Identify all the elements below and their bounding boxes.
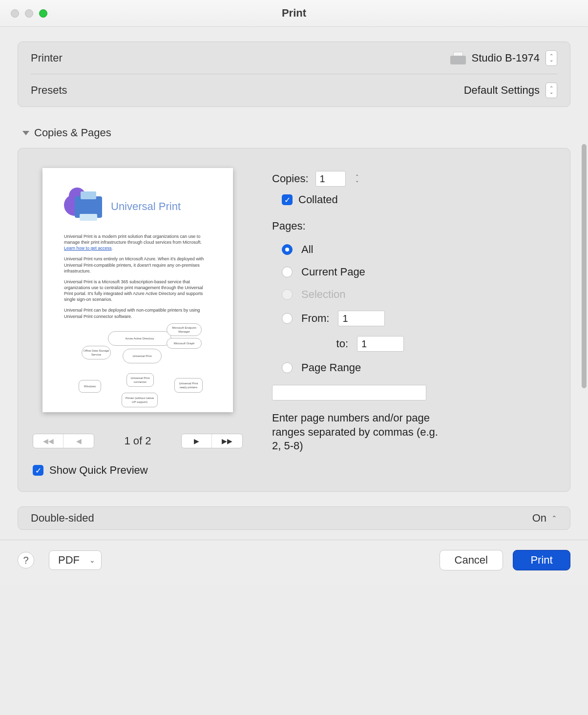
window-title: Print [282, 7, 306, 20]
disclosure-triangle-icon[interactable] [22, 131, 29, 135]
copies-input[interactable] [315, 171, 346, 187]
presets-value[interactable]: Default Settings [464, 84, 540, 97]
double-sided-chevron-icon[interactable]: ⌃ [551, 514, 557, 522]
pager-last-button[interactable]: ▶▶ [212, 434, 242, 448]
double-sided-panel: Double-sided On ⌃ [18, 506, 570, 530]
window-close-button[interactable] [11, 9, 19, 18]
show-quick-preview-label: Show Quick Preview [49, 464, 148, 477]
pages-current-label: Current Page [301, 266, 365, 278]
pages-to-row: to: [301, 336, 555, 352]
page-preview: Universal Print Universal Print is a mod… [42, 168, 233, 412]
cancel-button[interactable]: Cancel [440, 550, 503, 570]
pages-all-row[interactable]: All [282, 243, 555, 256]
collated-row[interactable]: ✓ Collated [282, 193, 555, 206]
printer-label: Printer [31, 52, 450, 64]
pager-prev-button[interactable]: ◀ [63, 434, 94, 448]
universal-print-icon [64, 191, 102, 222]
presets-label: Presets [31, 84, 464, 97]
pages-range-row[interactable]: Page Range [282, 361, 555, 374]
pages-selection-label: Selection [301, 288, 346, 301]
pages-selection-row: Selection [282, 288, 555, 301]
double-sided-label: Double-sided [31, 512, 94, 525]
pages-from-row[interactable]: From: [282, 311, 555, 326]
preview-para-3: Universal Print is a Microsoft 365 subsc… [64, 279, 211, 303]
collated-checkbox[interactable]: ✓ [282, 194, 293, 205]
pages-all-radio[interactable] [282, 244, 293, 255]
pages-to-label: to: [321, 337, 348, 350]
pages-from-label: From: [301, 312, 329, 325]
dialog-footer: ? PDF ⌄ Cancel Print [0, 540, 588, 585]
print-button[interactable]: Print [513, 550, 570, 570]
collated-label: Collated [298, 193, 338, 206]
preview-pager: ◀◀ ◀ 1 of 2 ▶ ▶▶ [33, 434, 243, 448]
show-quick-preview-checkbox[interactable]: ✓ [33, 465, 43, 476]
pager-status: 1 of 2 [124, 435, 151, 447]
copies-pages-panel: Universal Print Universal Print is a mod… [18, 148, 570, 492]
pages-from-input[interactable] [338, 311, 385, 326]
pages-from-radio[interactable] [282, 313, 293, 324]
pages-range-input[interactable] [272, 385, 426, 400]
pdf-label: PDF [58, 554, 80, 567]
preview-heading: Universal Print [111, 199, 181, 214]
printer-dropdown-stepper[interactable] [546, 50, 557, 66]
preview-diagram: Azure Active Directory Microsoft Endpoin… [64, 326, 211, 409]
preview-para-1: Universal Print is a modern print soluti… [64, 233, 211, 251]
presets-dropdown-stepper[interactable] [546, 83, 557, 98]
chevron-down-icon: ⌄ [89, 556, 95, 564]
window-zoom-button[interactable] [39, 9, 47, 18]
preview-para-4: Universal Print can be deployed with non… [64, 307, 211, 319]
pages-current-radio[interactable] [282, 267, 293, 277]
pages-range-label: Page Range [301, 361, 361, 374]
copies-stepper[interactable]: ⌃⌄ [353, 175, 361, 183]
printer-value[interactable]: Studio B-1974 [472, 52, 540, 64]
help-button[interactable]: ? [18, 552, 34, 568]
scrollbar[interactable] [582, 144, 587, 388]
section-title: Copies & Pages [34, 126, 111, 139]
pages-selection-radio [282, 289, 293, 300]
pages-to-input[interactable] [357, 336, 404, 352]
section-copies-pages-header[interactable]: Copies & Pages [22, 126, 570, 139]
pages-current-row[interactable]: Current Page [282, 266, 555, 278]
titlebar: Print [0, 0, 588, 27]
pager-first-button[interactable]: ◀◀ [33, 434, 63, 448]
show-quick-preview-row[interactable]: ✓ Show Quick Preview [33, 464, 148, 477]
pages-hint: Enter page numbers and/or page ranges se… [272, 411, 438, 453]
pages-range-radio[interactable] [282, 362, 293, 373]
pager-next-button[interactable]: ▶ [182, 434, 212, 448]
printer-presets-panel: Printer Studio B-1974 Presets Default Se… [18, 42, 570, 107]
pages-label: Pages: [272, 220, 555, 232]
window-minimize-button[interactable] [25, 9, 33, 18]
double-sided-value: On [532, 512, 546, 525]
preview-para-2: Universal Print runs entirely on Microso… [64, 256, 211, 273]
copies-label: Copies: [272, 172, 309, 185]
pages-all-label: All [301, 243, 313, 256]
printer-icon [450, 52, 466, 64]
pdf-menu-button[interactable]: PDF ⌄ [49, 550, 102, 570]
